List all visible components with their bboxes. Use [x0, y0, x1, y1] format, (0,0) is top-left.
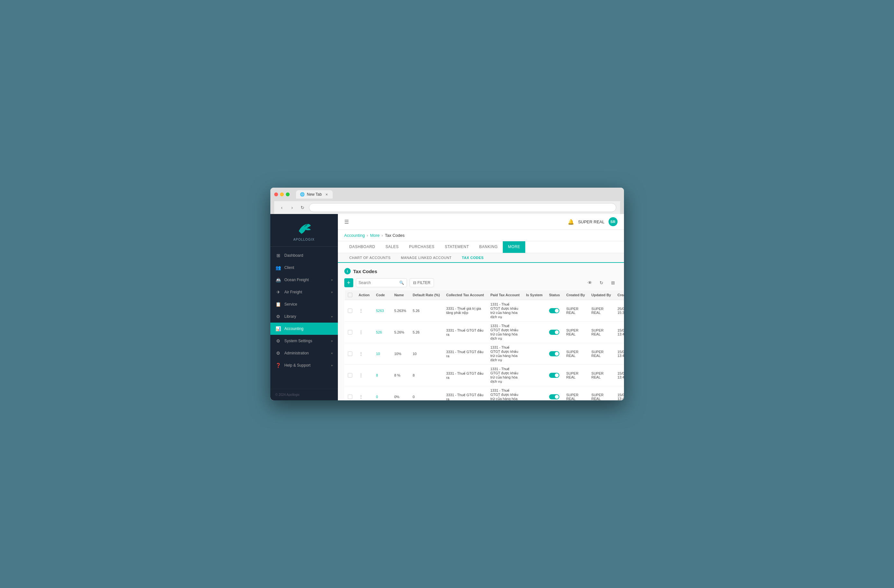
- browser-tab[interactable]: 🌐 New Tab ✕: [296, 190, 333, 199]
- header-name[interactable]: Name: [391, 290, 409, 300]
- add-button[interactable]: +: [344, 278, 353, 287]
- row-code[interactable]: 526: [373, 322, 391, 343]
- columns-button[interactable]: ⊞: [609, 278, 618, 287]
- row-checkbox[interactable]: [348, 309, 352, 313]
- sidebar-item-service[interactable]: 📋 Service: [270, 298, 338, 311]
- sidebar-item-help-support[interactable]: ❓ Help & Support ▾: [270, 359, 338, 371]
- header-created-by[interactable]: Created By: [563, 290, 588, 300]
- row-action-button[interactable]: ⋮: [359, 308, 363, 313]
- row-created-by: SUPER REAL: [563, 386, 588, 401]
- header-default-rate[interactable]: Default Rate (%): [409, 290, 443, 300]
- row-code[interactable]: 0: [373, 386, 391, 401]
- status-toggle[interactable]: [549, 351, 559, 356]
- row-action-button[interactable]: ⋮: [359, 351, 363, 356]
- sidebar-footer: © 2024 Apollogix: [270, 389, 338, 400]
- sidebar-item-ocean-freight[interactable]: 🚢 Ocean Freight ▾: [270, 274, 338, 286]
- search-input[interactable]: [359, 280, 397, 285]
- subtab-manage-linked-account[interactable]: MANAGE LINKED ACCOUNT: [396, 253, 457, 262]
- user-avatar[interactable]: SR: [609, 217, 618, 226]
- row-default-rate: 5.26: [409, 300, 443, 322]
- row-code[interactable]: 10: [373, 343, 391, 365]
- sidebar-item-system-settings[interactable]: ⚙ System Settings ▾: [270, 335, 338, 347]
- status-toggle[interactable]: [549, 394, 559, 400]
- forward-button[interactable]: ›: [288, 204, 296, 211]
- header-status[interactable]: Status: [546, 290, 563, 300]
- code-link[interactable]: 5263: [376, 309, 384, 313]
- tab-close-button[interactable]: ✕: [325, 192, 329, 197]
- minimize-button[interactable]: [280, 193, 284, 196]
- close-button[interactable]: [274, 193, 278, 196]
- row-action-cell: ⋮: [356, 365, 373, 386]
- notification-bell-icon[interactable]: 🔔: [568, 219, 574, 225]
- code-link[interactable]: 10: [376, 352, 380, 356]
- breadcrumb-sep-1: ›: [367, 233, 368, 238]
- subtab-tax-codes[interactable]: TAX CODES: [457, 253, 489, 263]
- code-link[interactable]: 8: [376, 373, 378, 377]
- hamburger-button[interactable]: ☰: [344, 219, 349, 225]
- status-toggle[interactable]: [549, 330, 559, 335]
- status-toggle[interactable]: [549, 373, 559, 378]
- sidebar-label-help-support: Help & Support: [284, 363, 328, 368]
- row-action-button[interactable]: ⋮: [359, 330, 363, 335]
- header-collected-tax[interactable]: Collected Tax Account: [443, 290, 487, 300]
- user-name: SUPER REAL: [578, 219, 604, 224]
- tab-banking[interactable]: BANKING: [474, 241, 503, 253]
- reload-button[interactable]: ↻: [299, 204, 307, 211]
- sidebar: APOLLOGIX ⊞ Dashboard 👥 Client 🚢 Ocean F…: [270, 214, 338, 400]
- service-icon: 📋: [275, 302, 281, 307]
- sidebar-item-administration[interactable]: ⚙ Administration ▾: [270, 347, 338, 359]
- tab-purchases[interactable]: PURCHASES: [404, 241, 439, 253]
- row-created-at: 15/07/2024 13:43: [614, 343, 624, 365]
- tab-more[interactable]: MORE: [503, 241, 525, 253]
- tab-statement[interactable]: STATEMENT: [439, 241, 474, 253]
- row-checkbox[interactable]: [348, 351, 352, 356]
- sidebar-nav: ⊞ Dashboard 👥 Client 🚢 Ocean Freight ▾ ✈…: [270, 247, 338, 389]
- row-status: [546, 386, 563, 401]
- tab-dashboard[interactable]: DASHBOARD: [344, 241, 381, 253]
- refresh-button[interactable]: ↻: [597, 278, 606, 287]
- sidebar-item-client[interactable]: 👥 Client: [270, 262, 338, 274]
- tab-sales[interactable]: SALES: [380, 241, 404, 253]
- view-toggle-button[interactable]: 👁: [585, 278, 594, 287]
- row-action-button[interactable]: ⋮: [359, 373, 363, 378]
- breadcrumb-more[interactable]: More: [370, 233, 380, 238]
- sidebar-item-accounting[interactable]: 📊 Accounting: [270, 323, 338, 335]
- table-toolbar: + 🔍 ⊟ FILTER 👁 ↻ ⊞: [344, 278, 618, 287]
- sidebar-item-air-freight[interactable]: ✈ Air Freight ▾: [270, 286, 338, 298]
- header-updated-by[interactable]: Updated By: [588, 290, 614, 300]
- header-paid-tax[interactable]: Paid Tax Account: [487, 290, 523, 300]
- row-checkbox[interactable]: [348, 395, 352, 399]
- sidebar-item-library[interactable]: ⚙ Library ▾: [270, 311, 338, 323]
- code-link[interactable]: 526: [376, 330, 382, 334]
- header-checkbox[interactable]: [344, 290, 356, 300]
- row-status: [546, 322, 563, 343]
- header-created-at[interactable]: Created At: [614, 290, 624, 300]
- sidebar-item-dashboard[interactable]: ⊞ Dashboard: [270, 249, 338, 262]
- accounting-icon: 📊: [275, 326, 281, 332]
- row-checkbox[interactable]: [348, 330, 352, 335]
- row-action-button[interactable]: ⋮: [359, 394, 363, 400]
- select-all-checkbox[interactable]: [348, 293, 352, 297]
- filter-button[interactable]: ⊟ FILTER: [409, 278, 434, 287]
- back-button[interactable]: ‹: [278, 204, 286, 211]
- table-row: ⋮ 526 5.26% 5.26 3331 - Thuế GTGT đầu ra…: [344, 322, 624, 343]
- header-is-system[interactable]: Is System: [523, 290, 546, 300]
- url-input[interactable]: [309, 203, 616, 212]
- row-collected-tax: 3331 - Thuế GTGT đầu ra: [443, 386, 487, 401]
- header-code[interactable]: Code: [373, 290, 391, 300]
- subtab-chart-of-accounts[interactable]: CHART OF ACCOUNTS: [344, 253, 396, 262]
- row-checkbox[interactable]: [348, 373, 352, 377]
- row-paid-tax: 1331 - Thuế GTGT được khấu trừ của hàng …: [487, 300, 523, 322]
- row-is-system: [523, 300, 546, 322]
- breadcrumb-accounting[interactable]: Accounting: [344, 233, 365, 238]
- status-toggle[interactable]: [549, 308, 559, 313]
- code-link[interactable]: 0: [376, 395, 378, 399]
- maximize-button[interactable]: [286, 193, 290, 196]
- sidebar-logo: APOLLOGIX: [270, 214, 338, 247]
- row-code[interactable]: 5263: [373, 300, 391, 322]
- row-code[interactable]: 8: [373, 365, 391, 386]
- row-action-cell: ⋮: [356, 300, 373, 322]
- top-bar: ☰ 🔔 SUPER REAL SR: [338, 214, 624, 230]
- traffic-lights: [274, 193, 290, 196]
- sidebar-label-administration: Administration: [284, 351, 328, 355]
